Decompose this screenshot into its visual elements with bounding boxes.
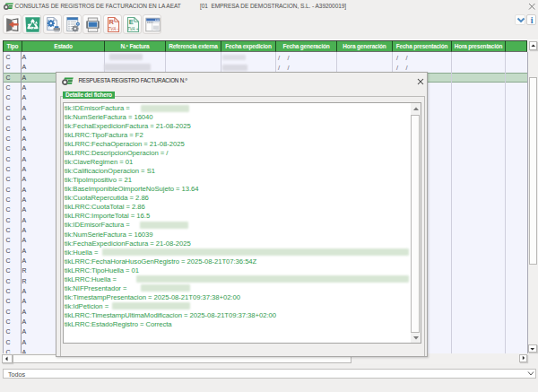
svg-text:E: E: [128, 19, 133, 27]
svg-text:R: R: [108, 19, 114, 27]
svg-text:TVA +: TVA +: [127, 27, 139, 31]
svg-text:TVA -: TVA -: [108, 27, 118, 31]
